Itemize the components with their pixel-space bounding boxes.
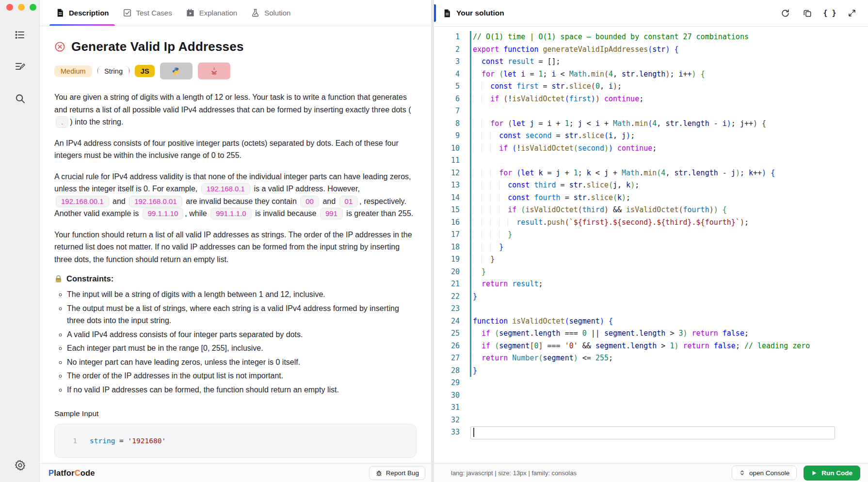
- refresh-icon[interactable]: [780, 8, 790, 18]
- code-content: }: [460, 266, 486, 279]
- chevron-up-down-icon: [739, 469, 745, 476]
- code-line[interactable]: 21 return result;: [434, 278, 868, 291]
- code-content: result.push(`${first}.${second}.${third}…: [460, 217, 749, 229]
- code-line[interactable]: 32: [434, 414, 868, 427]
- code-line[interactable]: 16 result.push(`${first}.${second}.${thi…: [434, 217, 868, 229]
- inline-code-chip: 192.168.0.01: [129, 196, 182, 207]
- code-line[interactable]: 20 }: [434, 266, 868, 279]
- code-line[interactable]: 6 if (!isValidOctet(first)) continue;: [434, 93, 868, 106]
- solution-header: Your solution { }: [434, 0, 868, 27]
- braces-icon[interactable]: { }: [824, 8, 835, 18]
- code-line[interactable]: 4 for (let i = 1; i < Math.min(4, str.le…: [434, 68, 868, 81]
- code-line[interactable]: 30: [434, 389, 868, 402]
- code-line[interactable]: 23: [434, 303, 868, 315]
- difficulty-badge: Medium: [54, 65, 92, 77]
- topic-badge: String: [97, 66, 130, 76]
- run-code-button[interactable]: Run Code: [804, 466, 860, 481]
- code-content: }: [460, 365, 477, 377]
- tab-test-cases[interactable]: Test Cases: [116, 0, 179, 26]
- code-content: [460, 303, 473, 315]
- line-number: 12: [434, 167, 460, 180]
- code-content: [460, 402, 473, 414]
- line-number: 19: [434, 253, 460, 266]
- traffic-light-zoom[interactable]: [30, 4, 36, 11]
- sample-input-code-block: 1string = '1921680': [54, 424, 417, 458]
- code-content: const fourth = str.slice(k);: [460, 192, 630, 204]
- code-content: [460, 377, 473, 389]
- code-line[interactable]: 18 }: [434, 241, 868, 254]
- solution-title: Your solution: [456, 9, 504, 17]
- search-icon[interactable]: [12, 90, 28, 107]
- play-icon: [811, 470, 817, 476]
- code-line[interactable]: 8 for (let j = i + 1; j < i + Math.min(4…: [434, 118, 868, 130]
- tab-solution[interactable]: Solution: [244, 0, 297, 26]
- code-line[interactable]: 7: [434, 105, 868, 118]
- code-line[interactable]: 14 const fourth = str.slice(k);: [434, 192, 868, 204]
- code-line[interactable]: 15 if (isValidOctet(third) && isValidOct…: [434, 204, 868, 217]
- brand-segment: latfor: [54, 468, 74, 477]
- code-line[interactable]: 1// O(1) time | O(1) space – bounded by …: [434, 31, 868, 44]
- code-content: [460, 389, 473, 402]
- report-bug-button[interactable]: Report Bug: [369, 466, 425, 480]
- code-line[interactable]: 33: [434, 426, 868, 439]
- code-content: [460, 155, 473, 167]
- tab-bar: Description Test Cases Explanation: [40, 0, 431, 26]
- line-number: 10: [434, 142, 460, 155]
- line-number: 21: [434, 278, 460, 291]
- code-line[interactable]: 2export function generateValidIpAddresse…: [434, 44, 868, 56]
- code-content: for (let j = i + 1; j < i + Math.min(4, …: [460, 118, 766, 130]
- code-line[interactable]: 17 }: [434, 229, 868, 241]
- code-line[interactable]: 12 for (let k = j + 1; k < j + Math.min(…: [434, 167, 868, 180]
- settings-gear-icon[interactable]: [12, 457, 28, 473]
- bug-icon: [375, 469, 383, 477]
- problem-title: Generate Valid Ip Addresses: [71, 39, 244, 54]
- tab-explanation[interactable]: Explanation: [179, 0, 244, 26]
- code-line[interactable]: 31: [434, 402, 868, 414]
- problem-list-icon[interactable]: [12, 27, 28, 43]
- line-number: 7: [434, 105, 460, 118]
- code-line[interactable]: 26 if (segment[0] === '0' && segment.len…: [434, 340, 868, 353]
- copy-icon[interactable]: [802, 8, 813, 18]
- code-content: [460, 426, 473, 439]
- traffic-light-minimize[interactable]: [18, 4, 25, 11]
- constraints-heading: Constraints:: [54, 274, 417, 283]
- code-line[interactable]: 13 const third = str.slice(j, k);: [434, 179, 868, 192]
- brand-segment: ode: [80, 468, 95, 477]
- code-line[interactable]: 9 const second = str.slice(i, j);: [434, 130, 868, 142]
- sample-line-number: 1: [55, 437, 77, 445]
- code-line[interactable]: 19 }: [434, 253, 868, 266]
- code-line[interactable]: 28}: [434, 365, 868, 377]
- code-editor[interactable]: 1// O(1) time | O(1) space – bounded by …: [434, 27, 868, 467]
- code-line[interactable]: 11: [434, 155, 868, 167]
- code-content: for (let i = 1; i < Math.min(4, str.leng…: [460, 68, 705, 81]
- code-line[interactable]: 29: [434, 377, 868, 389]
- code-content: for (let k = j + 1; k < j + Math.min(4, …: [460, 167, 775, 180]
- language-badge-java[interactable]: [198, 62, 230, 79]
- java-icon: [210, 67, 218, 75]
- solution-panel: Your solution { }: [434, 0, 868, 482]
- code-content: const result = [];: [460, 56, 561, 68]
- traffic-light-close[interactable]: [6, 4, 13, 11]
- left-icon-rail: [0, 0, 40, 482]
- problem-paragraphs: You are given a string of digits with a …: [54, 91, 417, 265]
- constraints-list: The input will be a string of digits wit…: [54, 288, 417, 396]
- code-line[interactable]: 3 const result = [];: [434, 56, 868, 68]
- line-number: 22: [434, 291, 460, 303]
- code-line[interactable]: 22}: [434, 291, 868, 303]
- code-line[interactable]: 24function isValidOctet(segment) {: [434, 315, 868, 328]
- code-line[interactable]: 27 return Number(segment) <= 255;: [434, 352, 868, 365]
- line-number: 33: [434, 426, 460, 439]
- lock-icon: [54, 275, 63, 283]
- language-badge-python[interactable]: [160, 62, 193, 79]
- unsolved-status-icon: [54, 41, 65, 52]
- open-console-button[interactable]: open Console: [732, 466, 797, 480]
- language-badge-js[interactable]: JS: [135, 65, 154, 77]
- tab-description[interactable]: Description: [48, 0, 116, 26]
- expand-icon[interactable]: [847, 8, 857, 18]
- code-line[interactable]: 5 const first = str.slice(0, i);: [434, 80, 868, 93]
- code-line[interactable]: 25 if (segment.length === 0 || segment.l…: [434, 327, 868, 340]
- flask-icon: [251, 8, 260, 17]
- code-content: const second = str.slice(i, j);: [460, 130, 635, 142]
- notes-list-icon[interactable]: [12, 58, 28, 75]
- code-line[interactable]: 10 if (!isValidOctet(second)) continue;: [434, 142, 868, 155]
